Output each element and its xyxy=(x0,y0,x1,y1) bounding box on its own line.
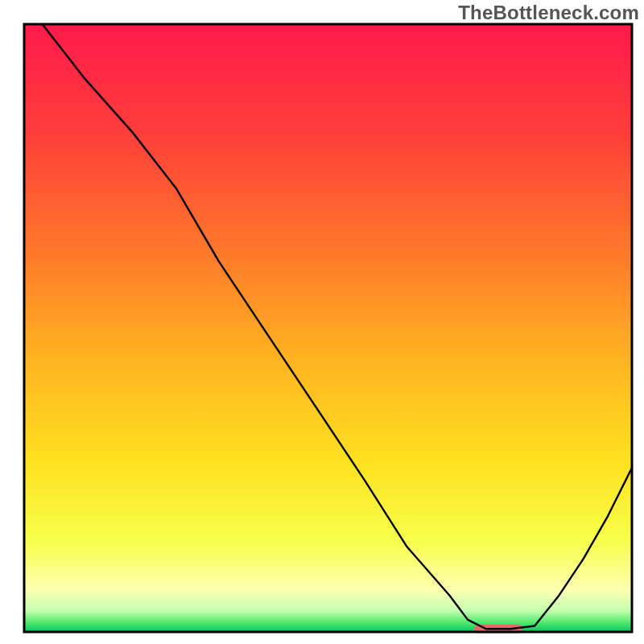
chart-background xyxy=(24,24,632,632)
bottleneck-chart xyxy=(0,0,644,644)
chart-container: TheBottleneck.com xyxy=(0,0,644,644)
watermark-text: TheBottleneck.com xyxy=(458,2,639,24)
